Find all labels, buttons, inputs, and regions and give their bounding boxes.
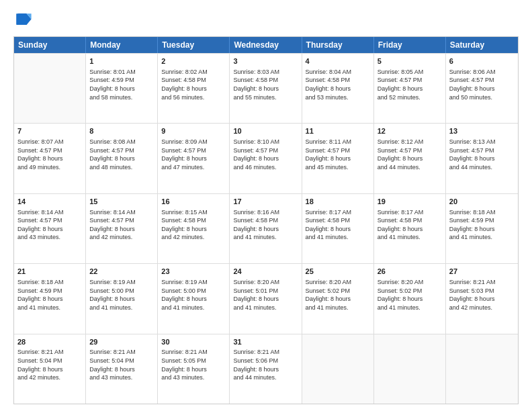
cell-info: Sunrise: 8:05 AM Sunset: 4:57 PM Dayligh… <box>378 68 442 101</box>
cell-info: Sunrise: 8:13 AM Sunset: 4:57 PM Dayligh… <box>449 138 515 171</box>
cell-info: Sunrise: 8:14 AM Sunset: 4:57 PM Dayligh… <box>89 208 154 242</box>
calendar-cell: 30Sunrise: 8:21 AM Sunset: 5:05 PM Dayli… <box>158 334 230 404</box>
calendar-cell: 25Sunrise: 8:20 AM Sunset: 5:02 PM Dayli… <box>302 264 374 333</box>
calendar-cell: 2Sunrise: 8:02 AM Sunset: 4:58 PM Daylig… <box>158 54 230 123</box>
cell-date: 5 <box>378 56 442 66</box>
cell-date: 7 <box>17 126 82 136</box>
cell-info: Sunrise: 8:02 AM Sunset: 4:58 PM Dayligh… <box>161 68 226 101</box>
cell-date: 23 <box>161 267 226 277</box>
cell-info: Sunrise: 8:18 AM Sunset: 4:59 PM Dayligh… <box>449 208 515 242</box>
calendar-cell: 10Sunrise: 8:10 AM Sunset: 4:57 PM Dayli… <box>230 124 302 193</box>
cell-info: Sunrise: 8:06 AM Sunset: 4:57 PM Dayligh… <box>449 68 515 101</box>
cell-date: 12 <box>378 126 442 136</box>
cell-date: 17 <box>233 197 298 207</box>
calendar-cell: 3Sunrise: 8:03 AM Sunset: 4:58 PM Daylig… <box>230 54 302 123</box>
calendar-cell: 26Sunrise: 8:20 AM Sunset: 5:02 PM Dayli… <box>374 264 446 333</box>
cell-date: 16 <box>161 197 226 207</box>
cell-date: 4 <box>306 56 370 66</box>
cell-info: Sunrise: 8:12 AM Sunset: 4:57 PM Dayligh… <box>378 138 442 171</box>
svg-rect-2 <box>16 13 26 25</box>
calendar-week-4: 21Sunrise: 8:18 AM Sunset: 4:59 PM Dayli… <box>14 263 518 333</box>
logo-icon <box>13 11 32 30</box>
calendar-cell: 8Sunrise: 8:08 AM Sunset: 4:57 PM Daylig… <box>86 124 158 193</box>
cell-info: Sunrise: 8:17 AM Sunset: 4:58 PM Dayligh… <box>378 208 442 242</box>
calendar-cell: 23Sunrise: 8:19 AM Sunset: 5:00 PM Dayli… <box>158 264 230 333</box>
calendar-cell: 9Sunrise: 8:09 AM Sunset: 4:57 PM Daylig… <box>158 124 230 193</box>
cell-info: Sunrise: 8:07 AM Sunset: 4:57 PM Dayligh… <box>17 138 82 171</box>
calendar-cell: 15Sunrise: 8:14 AM Sunset: 4:57 PM Dayli… <box>86 194 158 263</box>
calendar-cell: 18Sunrise: 8:17 AM Sunset: 4:58 PM Dayli… <box>302 194 374 263</box>
calendar-cell: 19Sunrise: 8:17 AM Sunset: 4:58 PM Dayli… <box>374 194 446 263</box>
page: SundayMondayTuesdayWednesdayThursdayFrid… <box>0 0 532 411</box>
calendar-cell: 12Sunrise: 8:12 AM Sunset: 4:57 PM Dayli… <box>374 124 446 193</box>
cell-info: Sunrise: 8:10 AM Sunset: 4:57 PM Dayligh… <box>233 138 298 171</box>
cell-info: Sunrise: 8:21 AM Sunset: 5:05 PM Dayligh… <box>161 348 226 381</box>
calendar-cell: 14Sunrise: 8:14 AM Sunset: 4:57 PM Dayli… <box>14 194 86 263</box>
calendar-cell: 6Sunrise: 8:06 AM Sunset: 4:57 PM Daylig… <box>446 54 518 123</box>
calendar-cell <box>14 54 86 123</box>
cell-info: Sunrise: 8:08 AM Sunset: 4:57 PM Dayligh… <box>89 138 154 171</box>
calendar-week-3: 14Sunrise: 8:14 AM Sunset: 4:57 PM Dayli… <box>14 193 518 263</box>
cell-info: Sunrise: 8:16 AM Sunset: 4:58 PM Dayligh… <box>233 208 298 242</box>
day-header-monday: Monday <box>86 37 158 53</box>
cell-date: 10 <box>233 126 298 136</box>
calendar-cell <box>302 334 374 404</box>
cell-info: Sunrise: 8:03 AM Sunset: 4:58 PM Dayligh… <box>233 68 298 101</box>
cell-date: 29 <box>89 337 154 347</box>
header <box>13 11 519 30</box>
cell-date: 14 <box>17 197 82 207</box>
cell-date: 18 <box>306 197 370 207</box>
calendar: SundayMondayTuesdayWednesdayThursdayFrid… <box>13 36 519 404</box>
cell-info: Sunrise: 8:21 AM Sunset: 5:03 PM Dayligh… <box>449 278 515 312</box>
calendar-cell: 29Sunrise: 8:21 AM Sunset: 5:04 PM Dayli… <box>86 334 158 404</box>
cell-date: 8 <box>89 126 154 136</box>
calendar-cell: 11Sunrise: 8:11 AM Sunset: 4:57 PM Dayli… <box>302 124 374 193</box>
cell-date: 2 <box>161 56 226 66</box>
cell-date: 24 <box>233 267 298 277</box>
cell-info: Sunrise: 8:01 AM Sunset: 4:59 PM Dayligh… <box>89 68 154 101</box>
calendar-body: 1Sunrise: 8:01 AM Sunset: 4:59 PM Daylig… <box>14 53 518 404</box>
calendar-week-5: 28Sunrise: 8:21 AM Sunset: 5:04 PM Dayli… <box>14 334 518 404</box>
calendar-cell <box>446 334 518 404</box>
day-header-sunday: Sunday <box>14 37 86 53</box>
cell-date: 27 <box>449 267 515 277</box>
cell-info: Sunrise: 8:19 AM Sunset: 5:00 PM Dayligh… <box>161 278 226 312</box>
cell-info: Sunrise: 8:20 AM Sunset: 5:01 PM Dayligh… <box>233 278 298 312</box>
cell-info: Sunrise: 8:04 AM Sunset: 4:58 PM Dayligh… <box>306 68 370 101</box>
cell-info: Sunrise: 8:20 AM Sunset: 5:02 PM Dayligh… <box>306 278 370 312</box>
calendar-cell: 5Sunrise: 8:05 AM Sunset: 4:57 PM Daylig… <box>374 54 446 123</box>
cell-info: Sunrise: 8:11 AM Sunset: 4:57 PM Dayligh… <box>306 138 370 171</box>
calendar-week-1: 1Sunrise: 8:01 AM Sunset: 4:59 PM Daylig… <box>14 53 518 123</box>
cell-date: 28 <box>17 337 82 347</box>
calendar-cell: 24Sunrise: 8:20 AM Sunset: 5:01 PM Dayli… <box>230 264 302 333</box>
calendar-cell: 28Sunrise: 8:21 AM Sunset: 5:04 PM Dayli… <box>14 334 86 404</box>
cell-info: Sunrise: 8:20 AM Sunset: 5:02 PM Dayligh… <box>378 278 442 312</box>
calendar-cell: 13Sunrise: 8:13 AM Sunset: 4:57 PM Dayli… <box>446 124 518 193</box>
cell-info: Sunrise: 8:14 AM Sunset: 4:57 PM Dayligh… <box>17 208 82 242</box>
logo <box>13 11 35 30</box>
calendar-cell: 4Sunrise: 8:04 AM Sunset: 4:58 PM Daylig… <box>302 54 374 123</box>
cell-info: Sunrise: 8:19 AM Sunset: 5:00 PM Dayligh… <box>89 278 154 312</box>
cell-date: 9 <box>161 126 226 136</box>
cell-info: Sunrise: 8:21 AM Sunset: 5:04 PM Dayligh… <box>89 348 154 381</box>
calendar-cell: 1Sunrise: 8:01 AM Sunset: 4:59 PM Daylig… <box>86 54 158 123</box>
calendar-cell: 22Sunrise: 8:19 AM Sunset: 5:00 PM Dayli… <box>86 264 158 333</box>
cell-date: 25 <box>306 267 370 277</box>
cell-info: Sunrise: 8:21 AM Sunset: 5:06 PM Dayligh… <box>233 348 298 381</box>
cell-date: 3 <box>233 56 298 66</box>
cell-date: 31 <box>233 337 298 347</box>
calendar-week-2: 7Sunrise: 8:07 AM Sunset: 4:57 PM Daylig… <box>14 123 518 193</box>
calendar-cell: 7Sunrise: 8:07 AM Sunset: 4:57 PM Daylig… <box>14 124 86 193</box>
calendar-cell: 20Sunrise: 8:18 AM Sunset: 4:59 PM Dayli… <box>446 194 518 263</box>
calendar-cell <box>374 334 446 404</box>
cell-date: 13 <box>449 126 515 136</box>
day-header-friday: Friday <box>374 37 446 53</box>
calendar-cell: 17Sunrise: 8:16 AM Sunset: 4:58 PM Dayli… <box>230 194 302 263</box>
calendar-header-row: SundayMondayTuesdayWednesdayThursdayFrid… <box>14 37 518 53</box>
cell-date: 30 <box>161 337 226 347</box>
calendar-cell: 31Sunrise: 8:21 AM Sunset: 5:06 PM Dayli… <box>230 334 302 404</box>
day-header-wednesday: Wednesday <box>230 37 302 53</box>
cell-date: 1 <box>89 56 154 66</box>
cell-date: 6 <box>449 56 515 66</box>
calendar-cell: 27Sunrise: 8:21 AM Sunset: 5:03 PM Dayli… <box>446 264 518 333</box>
